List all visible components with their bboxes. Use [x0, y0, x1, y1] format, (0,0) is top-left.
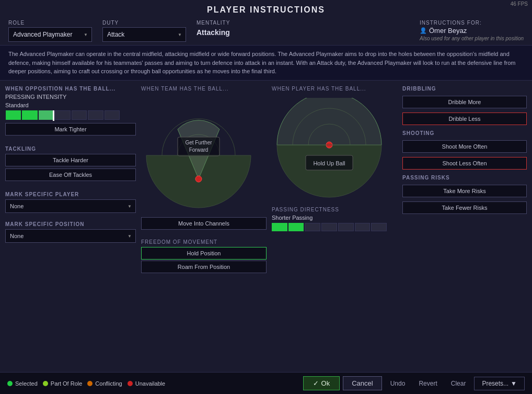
- roam-from-position-button[interactable]: Roam From Position: [141, 261, 267, 273]
- shooting-section: SHOOTING Shoot More Often Shoot Less Oft…: [402, 130, 527, 171]
- slider-seg-3: [39, 110, 54, 120]
- ok-checkmark: ✓: [313, 379, 319, 387]
- mark-tighter-button[interactable]: Mark Tighter: [5, 123, 136, 136]
- ok-button[interactable]: ✓ Ok: [303, 376, 340, 390]
- footer: Selected Part Of Role Conflicting Unavai…: [0, 372, 532, 394]
- tackling-section: TACKLING Tackle Harder Ease Off Tackles: [5, 146, 136, 183]
- freedom-header: FREEDOM OF MOVEMENT: [141, 239, 267, 245]
- mark-position-select[interactable]: None: [5, 229, 136, 243]
- cancel-button[interactable]: Cancel: [343, 376, 381, 390]
- footer-actions: ✓ Ok Cancel Undo Revert Clear Presets...…: [303, 376, 525, 390]
- instructions-for: INSTRUCTIONS FOR: Ömer Beyaz Also used f…: [420, 20, 524, 41]
- take-fewer-risks-button[interactable]: Take Fewer Risks: [402, 201, 527, 214]
- formation-diagram: Get Further Forward: [141, 98, 256, 213]
- pressing-slider-track: [5, 110, 120, 120]
- shooting-header: SHOOTING: [402, 130, 527, 136]
- mark-position-wrapper[interactable]: None: [5, 229, 136, 243]
- legend-conflicting-label: Conflicting: [95, 380, 122, 387]
- undo-button[interactable]: Undo: [385, 377, 411, 390]
- legend-selected-label: Selected: [15, 380, 38, 387]
- slider-marker: [53, 110, 54, 121]
- slider-seg-6: [88, 110, 103, 120]
- presets-button[interactable]: Presets... ▼: [474, 377, 525, 390]
- dribble-less-button[interactable]: Dribble Less: [402, 112, 527, 125]
- duty-dropdown-wrapper[interactable]: Attack: [102, 27, 186, 42]
- move-into-channels-button[interactable]: Move Into Channels: [141, 217, 267, 230]
- legend-dot-unavail: [128, 381, 133, 386]
- take-more-risks-button[interactable]: Take More Risks: [402, 185, 527, 197]
- mark-position-header: MARK SPECIFIC POSITION: [5, 221, 136, 227]
- dribbling-section: DRIBBLING Dribble More Dribble Less: [402, 86, 527, 126]
- pd-seg-7: [371, 223, 387, 231]
- passing-risks-header: PASSING RISKS: [402, 175, 527, 181]
- slider-seg-1: [6, 110, 21, 120]
- mark-position-section: MARK SPECIFIC POSITION None: [5, 221, 136, 243]
- mark-player-select[interactable]: None: [5, 199, 136, 213]
- role-label: ROLE: [8, 20, 92, 26]
- mark-player-header: MARK SPECIFIC PLAYER: [5, 192, 136, 197]
- clear-button[interactable]: Clear: [446, 377, 471, 390]
- slider-seg-2: [22, 110, 37, 120]
- slider-seg-4: [55, 110, 70, 120]
- mark-player-wrapper[interactable]: None: [5, 199, 136, 213]
- revert-button[interactable]: Revert: [413, 377, 442, 390]
- legend-unavailable-label: Unavailable: [135, 380, 165, 387]
- mentality-group: MENTALITY Attacking: [196, 20, 230, 37]
- legend-dot-part: [43, 381, 48, 386]
- legend-dot-conflict: [87, 381, 92, 386]
- passing-directness-bar[interactable]: [272, 223, 387, 231]
- svg-text:Get Further: Get Further: [185, 140, 212, 145]
- instructions-sub: Also used for any other player in this p…: [420, 36, 524, 41]
- tackle-harder-button[interactable]: Tackle Harder: [5, 154, 136, 166]
- legend-part-label: Part Of Role: [51, 380, 83, 387]
- pressing-slider[interactable]: [5, 110, 136, 120]
- slider-seg-5: [72, 110, 87, 120]
- shorter-passing-label: Shorter Passing: [272, 215, 397, 221]
- duty-dropdown[interactable]: Attack: [102, 27, 186, 42]
- role-dropdown[interactable]: Advanced Playmaker: [8, 27, 92, 42]
- role-group: ROLE Advanced Playmaker: [8, 20, 92, 42]
- legend-conflicting: Conflicting: [87, 380, 122, 387]
- pd-seg-6: [355, 223, 371, 231]
- player-ball-diagram: Hold Up Ball: [272, 98, 387, 202]
- mid-column: WHEN TEAM HAS THE BALL... Get Further Fo…: [141, 86, 267, 275]
- player-header: WHEN PLAYER HAS THE BALL...: [272, 86, 397, 92]
- passing-directness-section: PASSING DIRECTNESS Shorter Passing: [272, 207, 397, 231]
- duty-label: DUTY: [102, 20, 186, 26]
- right-mid-column: WHEN PLAYER HAS THE BALL... Hold Up Ball: [272, 86, 397, 275]
- passing-risks-section: PASSING RISKS Take More Risks Take Fewer…: [402, 175, 527, 216]
- right-column: DRIBBLING Dribble More Dribble Less SHOO…: [402, 86, 527, 275]
- tackling-header: TACKLING: [5, 146, 136, 152]
- pd-seg-3: [305, 223, 320, 231]
- pd-seg-1: [272, 223, 287, 231]
- mark-player-section: MARK SPECIFIC PLAYER None: [5, 192, 136, 213]
- hold-position-button[interactable]: Hold Position: [141, 247, 267, 260]
- passing-directness-header: PASSING DIRECTNESS: [272, 207, 397, 212]
- pressing-standard-label: Standard: [5, 102, 136, 108]
- pd-seg-5: [338, 223, 354, 231]
- dribbling-header: DRIBBLING: [402, 86, 527, 92]
- dribble-more-button[interactable]: Dribble More: [402, 96, 527, 108]
- legend-dot-selected: [7, 381, 13, 386]
- team-header: WHEN TEAM HAS THE BALL...: [141, 86, 267, 92]
- legend-unavailable: Unavailable: [128, 380, 165, 387]
- fps-counter: 46 FPS: [511, 1, 528, 7]
- presets-chevron-icon: ▼: [511, 380, 517, 387]
- opposition-header: WHEN OPPOSITION HAS THE BALL...: [5, 86, 136, 92]
- mentality-label: MENTALITY: [196, 20, 230, 26]
- description-bar: The Advanced Playmaker can operate in th…: [0, 45, 532, 81]
- duty-group: DUTY Attack: [102, 20, 186, 42]
- pd-seg-2: [288, 223, 304, 231]
- freedom-section: FREEDOM OF MOVEMENT Hold Position Roam F…: [141, 239, 267, 275]
- page-title: PLAYER INSTRUCTIONS: [0, 0, 532, 18]
- shoot-more-often-button[interactable]: Shoot More Often: [402, 140, 527, 153]
- player-name: Ömer Beyaz: [420, 27, 524, 35]
- ease-off-tackles-button[interactable]: Ease Off Tackles: [5, 168, 136, 181]
- shoot-less-often-button[interactable]: Shoot Less Often: [402, 157, 527, 170]
- left-column: WHEN OPPOSITION HAS THE BALL... PRESSING…: [5, 86, 136, 275]
- role-dropdown-wrapper[interactable]: Advanced Playmaker: [8, 27, 92, 42]
- pressing-intensity-header: PRESSING INTENSITY: [5, 94, 136, 100]
- ok-label: Ok: [321, 379, 330, 387]
- presets-label: Presets...: [482, 380, 508, 387]
- svg-text:Forward: Forward: [189, 147, 209, 153]
